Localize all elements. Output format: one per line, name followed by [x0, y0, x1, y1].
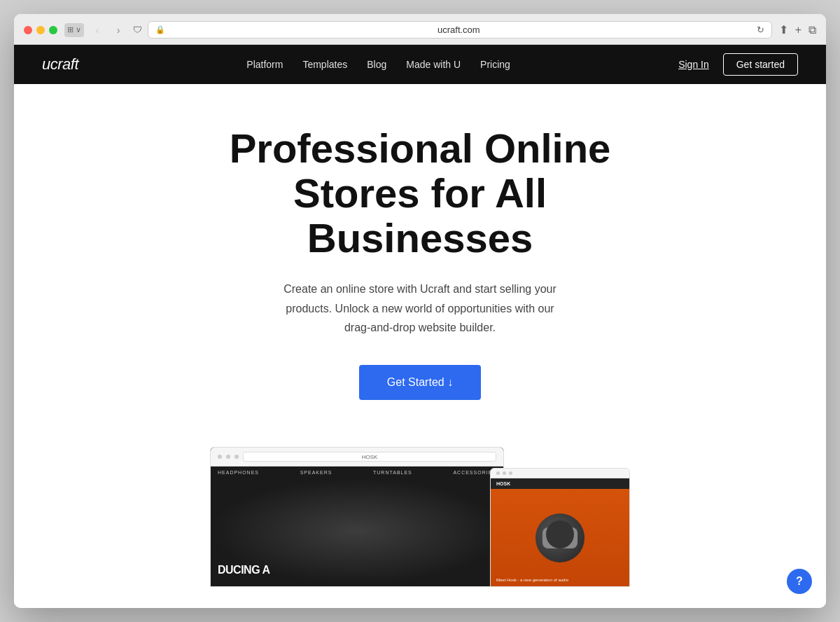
preview-secondary-logo: HOSK: [496, 481, 510, 486]
minimize-button[interactable]: [36, 26, 45, 34]
traffic-lights: [24, 26, 57, 34]
close-button[interactable]: [24, 26, 32, 34]
preview-product-image: [536, 513, 584, 562]
preview-dot-2: [226, 455, 230, 459]
preview-secondary-dot-2: [503, 471, 506, 475]
preview-dot-1: [218, 455, 222, 459]
tab-icon[interactable]: ⊞ ∨: [64, 23, 84, 37]
nav-link-templates[interactable]: Templates: [302, 59, 347, 70]
hero-subtitle: Create an online store with Ucraft and s…: [280, 279, 560, 337]
nav-link-made-with-u[interactable]: Made with U: [406, 59, 461, 70]
preview-chrome: HOSK: [211, 448, 503, 466]
main-preview: HOSK HEADPHONES SPEAKERS TURNTABLES ACCE…: [210, 447, 504, 587]
lock-icon: 🔒: [155, 25, 165, 34]
preview-url: HOSK: [362, 454, 378, 460]
browser-chrome: ⊞ ∨ ‹ › 🛡 🔒 ucraft.com ↻ ⬆ + ⧉: [14, 14, 826, 45]
help-button[interactable]: ?: [787, 569, 812, 594]
preview-section: HOSK HEADPHONES SPEAKERS TURNTABLES ACCE…: [28, 435, 812, 587]
preview-secondary-chrome: [491, 469, 629, 478]
fullscreen-button[interactable]: [49, 26, 57, 34]
preview-nav-turntables: TURNTABLES: [373, 470, 412, 475]
preview-nav-headphones: HEADPHONES: [218, 470, 259, 475]
preview-hero-image: DUCING A: [211, 478, 503, 583]
preview-secondary-dot-1: [496, 471, 500, 475]
preview-nav-speakers: SPEAKERS: [300, 470, 332, 475]
preview-hero-text: DUCING A: [218, 564, 270, 576]
hero-section: Professional Online Stores for All Busin…: [14, 84, 826, 608]
preview-nav: HEADPHONES SPEAKERS TURNTABLES ACCESSORI…: [211, 466, 503, 478]
url-display: ucraft.com: [169, 25, 748, 35]
nav-link-blog[interactable]: Blog: [367, 59, 386, 70]
navbar-right: Sign In Get started: [678, 53, 798, 76]
back-button[interactable]: ‹: [90, 22, 105, 38]
nav-link-platform[interactable]: Platform: [246, 59, 283, 70]
share-icon[interactable]: ⬆: [779, 23, 788, 36]
navbar-get-started-button[interactable]: Get started: [723, 53, 798, 76]
hero-cta-button[interactable]: Get Started ↓: [359, 365, 481, 400]
refresh-button[interactable]: ↻: [757, 25, 764, 35]
hero-title: Professional Online Stores for All Busin…: [175, 126, 665, 260]
sign-in-link[interactable]: Sign In: [678, 59, 709, 70]
preview-secondary-dot-3: [509, 471, 512, 475]
preview-dot-3: [234, 455, 239, 459]
address-bar[interactable]: 🔒 ucraft.com ↻: [148, 21, 772, 39]
shield-icon: 🛡: [133, 25, 142, 35]
browser-actions: ⬆ + ⧉: [779, 23, 816, 36]
site-logo[interactable]: ucraft: [42, 55, 78, 74]
new-tab-icon[interactable]: +: [795, 24, 802, 36]
browser-controls: ⊞ ∨ ‹ ›: [64, 22, 126, 38]
website-content: ucraft Platform Templates Blog Made with…: [14, 45, 826, 608]
nav-link-pricing[interactable]: Pricing: [480, 59, 510, 70]
nav-links: Platform Templates Blog Made with U Pric…: [246, 59, 510, 70]
preview-address-bar: HOSK: [243, 452, 496, 462]
sidebar-icon[interactable]: ⧉: [808, 24, 816, 36]
forward-button[interactable]: ›: [111, 22, 126, 38]
preview-secondary-caption: Meet Hosk - a new generation of audio: [496, 577, 624, 583]
preview-secondary-nav: HOSK: [491, 478, 629, 489]
preview-secondary-body: Meet Hosk - a new generation of audio: [491, 489, 629, 587]
navbar: ucraft Platform Templates Blog Made with…: [14, 45, 826, 84]
secondary-preview: HOSK Meet Hosk - a new generation of aud…: [490, 468, 630, 587]
address-bar-container: 🛡 🔒 ucraft.com ↻: [133, 21, 772, 39]
browser-window: ⊞ ∨ ‹ › 🛡 🔒 ucraft.com ↻ ⬆ + ⧉ ucraft Pl…: [14, 14, 826, 608]
